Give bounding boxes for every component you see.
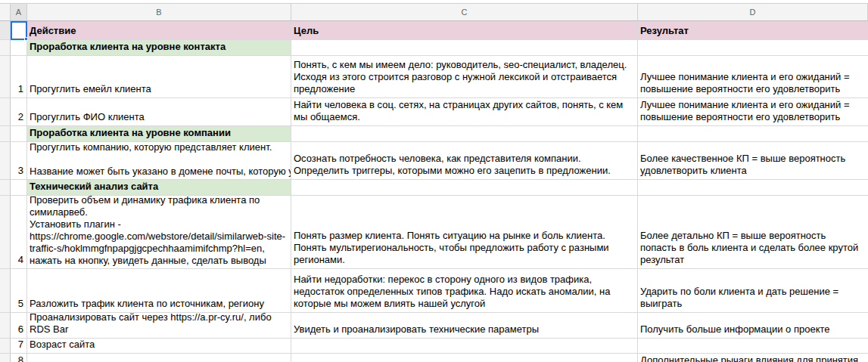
cell-action[interactable]: Прогуглить емейл клиента [27, 56, 291, 98]
row-number-cell[interactable]: 1 [11, 56, 27, 98]
column-header-b[interactable]: B [27, 3, 291, 21]
cell-action[interactable]: Прогуглить ФИО клиента [27, 98, 291, 126]
cell-goal[interactable]: Найти недоработки: перекос в сторону одн… [291, 269, 638, 313]
row-gutter[interactable] [0, 126, 11, 142]
cell-result[interactable]: Получить больше информации о проекте [638, 313, 868, 339]
header-label: Действие [30, 25, 76, 37]
row-gutter[interactable] [0, 313, 11, 339]
cell-goal[interactable]: Найти человека в соц. сетях, на страница… [291, 98, 638, 126]
section-row: Проработка клиента на уровне контакта [0, 40, 868, 56]
cell-action[interactable]: Проанализировать сайт через https://a.pr… [27, 313, 291, 339]
column-header-a[interactable]: A [11, 3, 27, 21]
cell-text: Проверить объем и динамику трафика клиен… [30, 196, 285, 267]
cell-result[interactable]: Лучшее понимание клиента и его ожиданий … [638, 56, 868, 98]
row-gutter[interactable] [0, 142, 11, 180]
cell-text: Найти недоработки: перекос в сторону одн… [294, 274, 610, 310]
cell-empty[interactable] [11, 40, 27, 56]
row-gutter[interactable] [0, 354, 11, 362]
row-number-cell[interactable]: 2 [11, 98, 27, 126]
cell-goal[interactable]: Понять размер клиента. Понять ситуацию н… [291, 196, 638, 269]
cell-text: Найти человека в соц. сетях, на страница… [294, 99, 623, 123]
cell-text: Лучшее понимание клиента и его ожиданий … [640, 99, 850, 123]
table-row: 7 Возраст сайта [0, 339, 868, 354]
cell-goal[interactable] [291, 339, 638, 354]
column-header-d[interactable]: D [638, 3, 868, 21]
header-cell-action[interactable]: Действие [27, 21, 291, 40]
cell-text: Прогуглить ФИО клиента [30, 111, 145, 123]
column-header-row: A B C D [0, 3, 868, 21]
cell-text: Лучшее понимание клиента и его ожиданий … [640, 71, 850, 95]
cell-action[interactable]: Возраст сайта [27, 339, 291, 354]
cell-empty[interactable] [11, 180, 27, 196]
cell-text: Возраст сайта [30, 339, 95, 351]
cell-empty[interactable] [638, 180, 868, 196]
fill-handle[interactable] [24, 37, 28, 41]
section-label: Технический анализ сайта [30, 181, 158, 193]
cell-action[interactable]: Разложить трафик клиента по источникам, … [27, 269, 291, 313]
column-header-c[interactable]: C [291, 3, 638, 21]
section-row: Технический анализ сайта [0, 180, 868, 196]
cell-goal[interactable] [291, 354, 638, 362]
header-cell-goal[interactable]: Цель [291, 21, 638, 40]
cell-goal[interactable]: Увидеть и проанализировать технические п… [291, 313, 638, 339]
cell-text: Разложить трафик клиента по источникам, … [30, 298, 264, 310]
cell-empty[interactable] [638, 40, 868, 56]
cell-text: Получить больше информации о проекте [640, 323, 830, 336]
cell-action[interactable]: Проверить объем и динамику трафика клиен… [27, 196, 291, 269]
cell-text: Прогуглить компанию, которую представляе… [30, 142, 291, 178]
cell-text: Дополнительные рычаги влияния для принят… [640, 354, 858, 362]
cell-text: Осознать потребность человека, как предс… [294, 153, 611, 177]
cell-goal[interactable]: Понять, с кем мы имеем дело: руководител… [291, 56, 638, 98]
cell-empty[interactable] [11, 126, 27, 142]
selected-cell[interactable] [11, 21, 27, 40]
row-gutter[interactable] [0, 21, 11, 40]
row-number-cell[interactable]: 3 [11, 142, 27, 180]
spreadsheet: A B C D Действие Цель Результат Проработ… [0, 0, 868, 362]
section-row: Проработка клиента на уровне компании [0, 126, 868, 142]
row-number-cell[interactable]: 7 [11, 339, 27, 354]
section-cell[interactable]: Проработка клиента на уровне контакта [27, 40, 291, 56]
row-gutter[interactable] [0, 269, 11, 313]
cell-text: Понять, с кем мы имеем дело: руководител… [294, 59, 627, 95]
row-number-cell[interactable]: 5 [11, 269, 27, 313]
table-row: 3 Прогуглить компанию, которую представл… [0, 142, 868, 180]
table-row: 5 Разложить трафик клиента по источникам… [0, 269, 868, 313]
header-label: Цель [294, 25, 319, 37]
cell-empty[interactable] [291, 126, 638, 142]
row-gutter[interactable] [0, 196, 11, 269]
table-row: 6 Проанализировать сайт через https://a.… [0, 313, 868, 339]
table-row: 2 Прогуглить ФИО клиента Найти человека … [0, 98, 868, 126]
row-gutter[interactable] [0, 56, 11, 98]
cell-text: Более детально КП = выше вероятность поп… [640, 230, 858, 266]
section-label: Проработка клиента на уровне компании [30, 127, 231, 139]
section-cell[interactable]: Технический анализ сайта [27, 180, 291, 196]
row-gutter[interactable] [0, 180, 11, 196]
cell-empty[interactable] [291, 180, 638, 196]
row-gutter[interactable] [0, 98, 11, 126]
cell-result[interactable]: Более детально КП = выше вероятность поп… [638, 196, 868, 269]
cell-text: Понять размер клиента. Понять ситуацию н… [294, 230, 609, 266]
cell-goal[interactable]: Осознать потребность человека, как предс… [291, 142, 638, 180]
cell-text: Прогуглить емейл клиента [30, 83, 151, 95]
table-row: 4 Проверить объем и динамику трафика кли… [0, 196, 868, 269]
cell-result[interactable] [638, 339, 868, 354]
row-gutter[interactable] [0, 339, 11, 354]
cell-text: Ударить по боли клиента и дать решение =… [640, 286, 838, 310]
corner-cell[interactable] [0, 3, 11, 21]
row-number-cell[interactable]: 6 [11, 313, 27, 339]
table-row: 1 Прогуглить емейл клиента Понять, с кем… [0, 56, 868, 98]
cell-result[interactable]: Более качественное КП = выше вероятность… [638, 142, 868, 180]
row-gutter[interactable] [0, 40, 11, 56]
cell-empty[interactable] [291, 40, 638, 56]
row-number-cell[interactable]: 8 [11, 354, 27, 362]
header-label: Результат [640, 25, 689, 37]
cell-result[interactable]: Ударить по боли клиента и дать решение =… [638, 269, 868, 313]
row-number-cell[interactable]: 4 [11, 196, 27, 269]
section-cell[interactable]: Проработка клиента на уровне компании [27, 126, 291, 142]
header-cell-result[interactable]: Результат [638, 21, 868, 40]
cell-action[interactable] [27, 354, 291, 362]
cell-empty[interactable] [638, 126, 868, 142]
cell-result[interactable]: Дополнительные рычаги влияния для принят… [638, 354, 868, 362]
cell-result[interactable]: Лучшее понимание клиента и его ожиданий … [638, 98, 868, 126]
cell-action[interactable]: Прогуглить компанию, которую представляе… [27, 142, 291, 180]
